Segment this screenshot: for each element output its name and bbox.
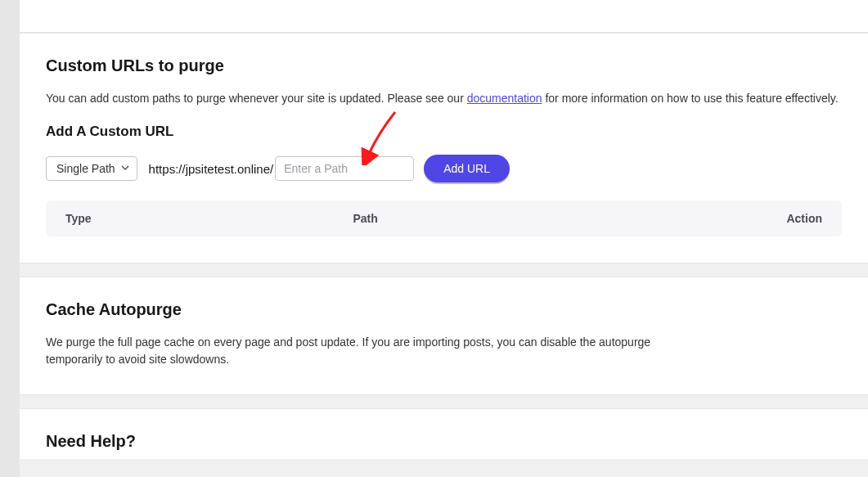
select-value: Single Path	[56, 162, 115, 175]
add-url-form-row: Single Path https://jpsitetest.online/ A…	[46, 155, 842, 182]
path-type-select[interactable]: Single Path	[46, 156, 137, 181]
cache-autopurge-heading: Cache Autopurge	[46, 300, 842, 319]
path-input[interactable]	[275, 156, 414, 181]
desc-suffix: for more information on how to use this …	[542, 92, 839, 105]
custom-urls-description: You can add custom paths to purge whenev…	[46, 90, 842, 107]
need-help-panel: Need Help?	[20, 408, 868, 459]
url-table-header: Type Path Action	[46, 200, 842, 236]
desc-prefix: You can add custom paths to purge whenev…	[46, 92, 467, 105]
main-content: Custom URLs to purge You can add custom …	[20, 0, 868, 477]
column-type: Type	[65, 212, 353, 225]
add-url-button[interactable]: Add URL	[424, 155, 510, 182]
documentation-link[interactable]: documentation	[467, 92, 542, 105]
chevron-down-icon	[120, 162, 130, 175]
add-custom-url-heading: Add A Custom URL	[46, 124, 842, 140]
left-gutter	[0, 0, 20, 477]
cache-autopurge-description: We purge the full page cache on every pa…	[46, 334, 700, 368]
custom-urls-heading: Custom URLs to purge	[46, 56, 842, 75]
column-path: Path	[353, 212, 741, 225]
cache-autopurge-panel: Cache Autopurge We purge the full page c…	[20, 277, 868, 395]
url-prefix-text: https://jpsitetest.online/	[149, 162, 274, 176]
need-help-heading: Need Help?	[46, 432, 842, 451]
top-spacer	[20, 0, 868, 33]
custom-urls-panel: Custom URLs to purge You can add custom …	[20, 33, 868, 263]
column-action: Action	[740, 212, 822, 225]
